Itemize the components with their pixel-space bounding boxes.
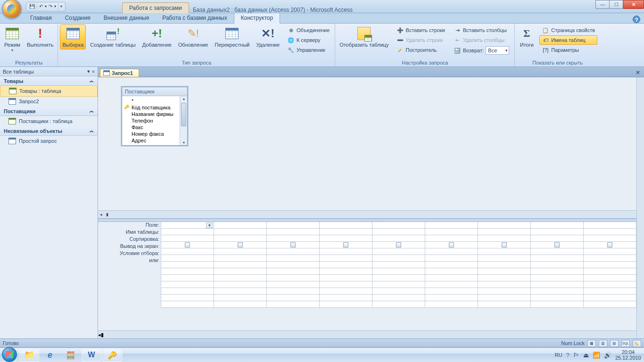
builder-button[interactable]: 🪄Построитель [394,45,447,55]
grid-cell[interactable] [319,261,372,268]
tab-home[interactable]: Главная [24,13,58,23]
taskbar-calc[interactable]: 🧮 [61,349,81,362]
tab-dbtools[interactable]: Работа с базами данных [156,13,233,23]
grid-cell[interactable] [530,235,584,242]
horizontal-scroller[interactable]: ◂▮ [98,330,644,338]
undo-icon[interactable]: ↶ [39,4,43,9]
nav-group-header[interactable]: Несвязанные объекты︽ [0,126,98,136]
grid-cell[interactable] [214,261,267,268]
view-pivot-icon[interactable]: ▥ [599,340,607,347]
grid-cell[interactable] [372,294,425,301]
field-list-item[interactable]: Адрес [124,137,185,144]
grid-cell[interactable] [214,281,267,288]
grid-cell[interactable] [583,228,636,235]
select-query-button[interactable]: Выборка [60,25,86,49]
grid-cell[interactable] [530,288,584,295]
network-icon[interactable]: 📶 [593,352,600,359]
grid-cell[interactable] [425,261,478,268]
grid-cell[interactable] [478,235,531,242]
grid-cell[interactable] [161,255,214,262]
grid-column[interactable] [267,222,320,330]
grid-column[interactable] [425,222,478,330]
grid-cell[interactable] [583,222,636,229]
grid-cell[interactable] [530,222,584,229]
grid-cell[interactable] [161,235,214,242]
grid-cell[interactable] [530,294,584,301]
delete-rows-button[interactable]: ➖Удалить строки [394,35,447,45]
help-icon[interactable]: ? [633,16,640,23]
grid-cell[interactable] [319,301,372,308]
grid-cell[interactable] [583,274,636,281]
grid-cell[interactable] [319,241,372,248]
grid-cell[interactable] [214,274,267,281]
table-box-title[interactable]: Поставщики [122,87,187,96]
field-list-item[interactable]: Код поставщика [124,104,185,111]
crosstab-button[interactable]: Перекрестный [212,25,252,49]
nav-item[interactable]: Поставщики : таблица [0,116,98,126]
datadef-button[interactable]: 🔧Управление [285,45,332,55]
grid-cell[interactable] [478,255,531,262]
grid-cell[interactable] [161,288,214,295]
grid-cell[interactable] [372,301,425,308]
delete-cols-button[interactable]: ⇤Удалить столбцы [451,35,512,45]
grid-cell[interactable] [266,288,320,295]
volume-icon[interactable]: 🔊 [604,352,611,359]
tab-design[interactable]: Конструктор [234,12,280,24]
field-list-item[interactable]: * [124,98,185,104]
tablenames-button[interactable]: 🏷Имена таблиц [539,35,597,45]
field-list-item[interactable]: Название фирмы [124,111,185,117]
grid-cell[interactable] [425,294,478,301]
grid-cell[interactable] [478,228,531,235]
grid-cell[interactable] [425,274,478,281]
grid-cell[interactable] [266,248,320,255]
qat-customize-icon[interactable]: ▾ [60,4,62,8]
query-design-upper[interactable]: Поставщики *Код поставщикаНазвание фирмы… [98,77,644,219]
grid-column[interactable] [584,222,636,330]
view-chart-icon[interactable]: ▤ [610,340,619,347]
grid-cell[interactable] [583,241,636,248]
grid-cell[interactable] [583,268,636,275]
view-design-icon[interactable]: 📐 [633,340,641,347]
grid-column[interactable] [214,222,267,330]
collapse-icon[interactable]: « [92,68,95,74]
checkbox[interactable] [449,242,454,247]
grid-cell[interactable] [478,222,531,229]
grid-cell[interactable] [530,248,584,255]
grid-cell[interactable] [319,222,372,229]
maximize-button[interactable]: ☐ [609,0,623,9]
grid-cell[interactable] [214,301,267,308]
scrollbar[interactable] [180,96,187,145]
checkbox[interactable] [290,242,296,247]
grid-cell[interactable] [372,281,425,288]
grid-cell[interactable] [478,281,531,288]
grid-cell[interactable] [161,241,214,248]
grid-cell[interactable] [425,281,478,288]
grid-cell[interactable] [319,268,372,275]
grid-cell[interactable] [161,294,214,301]
update-button[interactable]: ✎!Обновление [176,25,211,49]
grid-cell[interactable] [583,261,636,268]
grid-cell[interactable] [425,288,478,295]
grid-cell[interactable] [214,248,267,255]
grid-cell[interactable] [266,261,320,268]
grid-cell[interactable] [530,241,584,248]
query-design-grid[interactable]: Поле:Имя таблицы:Сортировка:Вывод на экр… [98,222,644,338]
help-tray-icon[interactable]: ? [566,352,570,359]
grid-cell[interactable] [425,228,478,235]
grid-cell[interactable] [478,274,531,281]
grid-cell[interactable] [372,235,425,242]
append-button[interactable]: +!Добавление [140,25,174,49]
checkbox[interactable] [343,242,348,247]
grid-cell[interactable] [478,268,531,275]
grid-cell[interactable] [530,261,584,268]
grid-cell[interactable] [161,261,214,268]
checkbox[interactable] [502,242,507,247]
grid-cell[interactable] [372,228,425,235]
quick-access-toolbar[interactable]: 💾 ↶▾ ↷▾ ▾ [26,2,66,11]
grid-cell[interactable] [478,288,531,295]
taskbar-access[interactable]: 🔑 [102,349,122,362]
grid-cell[interactable] [266,294,320,301]
grid-cell[interactable] [266,268,320,275]
redo-icon[interactable]: ↷ [49,4,52,9]
grid-cell[interactable] [425,268,478,275]
